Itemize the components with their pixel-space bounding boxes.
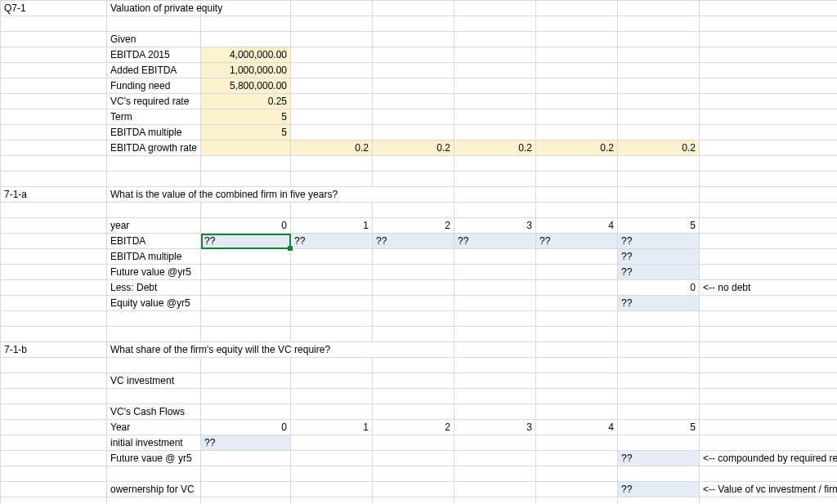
fv-note-b[interactable]: <-- compounded by required return	[700, 451, 838, 466]
ebitda-y1[interactable]: ??	[291, 234, 373, 249]
ebitda-mult-label-a[interactable]: EBITDA multiple	[107, 249, 201, 265]
year-label-b[interactable]: Year	[107, 420, 201, 435]
own-note[interactable]: <-- Value of vc investment / firm value	[700, 482, 838, 497]
year-3[interactable]: 3	[454, 218, 536, 234]
fv-y5-a[interactable]: ??	[618, 265, 700, 280]
year-b-2[interactable]: 2	[373, 420, 454, 435]
ebitda-y0[interactable]: ??	[201, 234, 291, 249]
part-a-q[interactable]: What is the value of the combined firm i…	[107, 187, 454, 203]
year-4[interactable]: 4	[536, 218, 618, 234]
fv-label-a[interactable]: Future value @yr5	[107, 265, 201, 280]
debt-note[interactable]: <-- no debt	[700, 280, 838, 296]
own-label[interactable]: owernership for VC	[107, 482, 201, 497]
funding-label[interactable]: Funding need	[107, 78, 201, 94]
cashflows-label[interactable]: VC's Cash Flows	[107, 404, 201, 420]
fv-y5-b[interactable]: ??	[618, 451, 700, 466]
year-2[interactable]: 2	[373, 218, 454, 234]
funding-value[interactable]: 5,800,000.00	[201, 78, 291, 94]
part-a-id[interactable]: 7-1-a	[1, 187, 107, 203]
ebitda-label-a[interactable]: EBITDA	[107, 234, 201, 249]
growth-y2[interactable]: 0.2	[373, 140, 454, 156]
debt-label[interactable]: Less: Debt	[107, 280, 201, 296]
added-label[interactable]: Added EBITDA	[107, 63, 201, 78]
init-label[interactable]: initial investment	[107, 435, 201, 451]
term-value[interactable]: 5	[201, 109, 291, 125]
year-label-a[interactable]: year	[107, 218, 201, 234]
init-y0[interactable]: ??	[201, 435, 291, 451]
eq-y5[interactable]: ??	[618, 296, 700, 311]
debt-y5[interactable]: 0	[618, 280, 700, 296]
year-b-3[interactable]: 3	[454, 420, 536, 435]
vcinv-label[interactable]: VC investment	[107, 373, 201, 389]
mult-label[interactable]: EBITDA multiple	[107, 125, 201, 140]
year-b-1[interactable]: 1	[291, 420, 373, 435]
rate-label[interactable]: VC's required rate	[107, 94, 201, 109]
year-5[interactable]: 5	[618, 218, 700, 234]
part-b-id[interactable]: 7-1-b	[1, 342, 107, 358]
ebitda-y4[interactable]: ??	[536, 234, 618, 249]
part-b-q[interactable]: What share of the firm's equity will the…	[107, 342, 454, 358]
year-1[interactable]: 1	[291, 218, 373, 234]
year-0[interactable]: 0	[201, 218, 291, 234]
ebitda-y2[interactable]: ??	[373, 234, 454, 249]
ebitda2015-value[interactable]: 4,000,000.00	[201, 47, 291, 63]
ebitda-mult-y5[interactable]: ??	[618, 249, 700, 265]
growth-y1[interactable]: 0.2	[291, 140, 373, 156]
year-b-0[interactable]: 0	[201, 420, 291, 435]
year-b-5[interactable]: 5	[618, 420, 700, 435]
rate-value[interactable]: 0.25	[201, 94, 291, 109]
eq-label[interactable]: Equity value @yr5	[107, 296, 201, 311]
growth-y5[interactable]: 0.2	[618, 140, 700, 156]
cell-q[interactable]: Q7-1	[1, 1, 107, 16]
mult-value[interactable]: 5	[201, 125, 291, 140]
growth-label[interactable]: EBITDA growth rate	[107, 140, 201, 156]
growth-y3[interactable]: 0.2	[454, 140, 536, 156]
given-label[interactable]: Given	[107, 32, 201, 47]
own-y5[interactable]: ??	[618, 482, 700, 497]
spreadsheet[interactable]: Q7-1 Valuation of private equity Given E…	[0, 0, 837, 504]
year-b-4[interactable]: 4	[536, 420, 618, 435]
ebitda2015-label[interactable]: EBITDA 2015	[107, 47, 201, 63]
ebitda-y5[interactable]: ??	[618, 234, 700, 249]
ebitda-y3[interactable]: ??	[454, 234, 536, 249]
growth-y4[interactable]: 0.2	[536, 140, 618, 156]
term-label[interactable]: Term	[107, 109, 201, 125]
added-value[interactable]: 1,000,000.00	[201, 63, 291, 78]
fv-label-b[interactable]: Future vaue @ yr5	[107, 451, 201, 466]
cell-title[interactable]: Valuation of private equity	[107, 1, 201, 16]
